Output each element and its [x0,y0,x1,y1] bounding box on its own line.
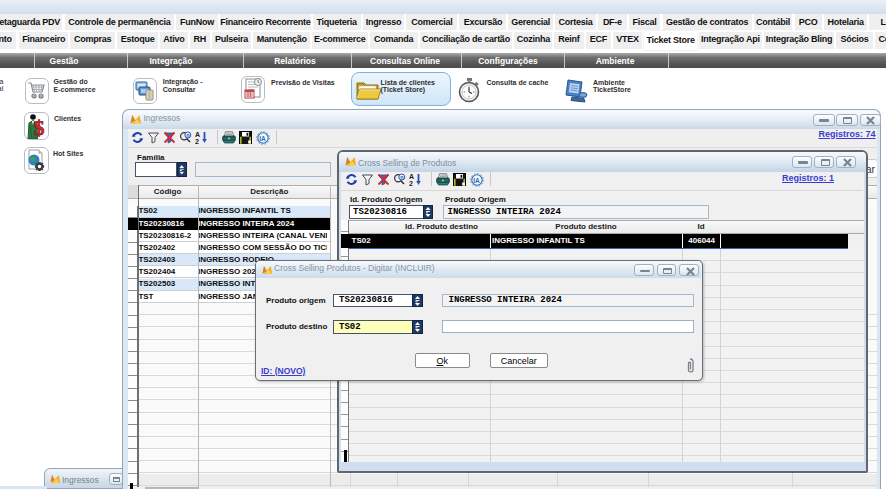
svg-text:IA: IA [473,177,480,184]
svg-text:2: 2 [195,137,199,144]
svg-text:IA: IA [259,134,266,141]
svg-text:$: $ [33,115,44,139]
svg-text:2: 2 [409,180,413,187]
